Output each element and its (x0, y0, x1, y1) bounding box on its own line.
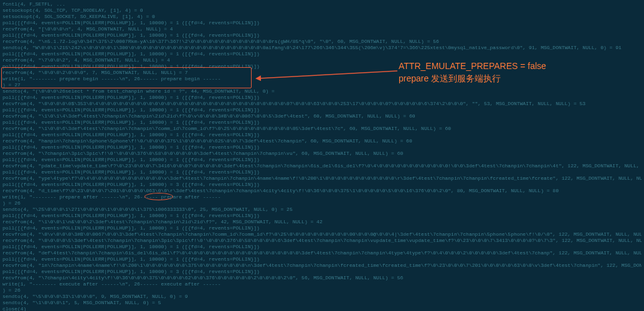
terminal-line: poll([{fd=4, events=POLLIN|POLLERR|POLLH… (2, 20, 642, 26)
terminal-line: recvfrom(4, "def\4test\7chanpin\7chanpin… (2, 250, 642, 256)
annotation-text: ATTR_EMULATE_PREPARES = false prepare 发送… (399, 60, 546, 85)
terminal-line: recvfrom(4, "d_time\f?\0\23\0\0\0\7\201\… (2, 188, 642, 194)
terminal-line: recvfrom(4, "\1\0\1\4\3def\4test\7chanpi… (2, 113, 642, 119)
terminal-line: poll([{fd=4, events=POLLIN|POLLERR|POLLH… (2, 119, 642, 126)
terminal-line: poll([{fd=4, events=POLLIN|POLLERR|POLLH… (2, 95, 642, 101)
terminal-line: poll([{fd=4, events=POLLIN|POLLERR|POLLH… (2, 132, 642, 138)
terminal-line: poll([{fd=4, events=POLLIN|POLLERR|POLLH… (2, 51, 642, 57)
terminal-line: recvfrom(4, "in\7chanpin\4name\4name\f!\… (2, 262, 642, 269)
terminal-line: poll([{fd=4, events=POLLIN|POLLERR|POLLH… (2, 169, 642, 175)
terminal-line: poll([{fd=4, events=POLLIN|POLLERR|POLLH… (2, 269, 642, 275)
terminal-line: write(1, "-------- execute after ------\… (2, 281, 642, 287)
terminal-line: sendto(4, "(\0\0\0\26select * from test_… (2, 88, 642, 95)
terminal-line: ) = 26 (2, 287, 642, 294)
terminal-line: setsockopt(4, SOL_SOCKET, SO_KEEPALIVE, … (2, 14, 642, 20)
terminal-line: recvfrom(4, "\7chanpin\3pic\3pic\f!\0'\0… (2, 151, 642, 157)
terminal-line: poll([{fd=4, events=POLLIN|POLLERR|POLLH… (2, 225, 642, 231)
terminal-line: poll([{fd=4, events=POLLIN|POLLERR|POLLH… (2, 157, 642, 163)
terminal-line: recvfrom(4, "\7chanpin\4city\4city\f!\0\… (2, 275, 642, 281)
terminal-line: recvfrom(4, "[\0\0\0\n", 4, MSG_DONTWAIT… (2, 26, 642, 32)
terminal-line: close(4) (2, 306, 642, 311)
terminal-line: sendto(4, "W\0\0\1\215\242\s\0\0\0\0\1\3… (2, 45, 642, 51)
terminal-line: write(1, "-------- prepare after ------\… (2, 194, 642, 200)
terminal-line: recvfrom(4, "\1\0\0\1\n&\0\0\2\3def\4tes… (2, 219, 642, 225)
terminal-line: ) = 26 (2, 200, 642, 207)
terminal-line: fcntl(4, F_SETFL, ... (2, 1, 642, 7)
terminal-line: recvfrom(4, "\n5.1.72-log\0\347\375\2\00… (2, 39, 642, 45)
annotation-line-1: ATTR_EMULATE_PREPARES = false (399, 60, 546, 72)
terminal-line: poll([{fd=4, events=POLLIN|POLLERR|POLLH… (2, 244, 642, 250)
terminal-line: recvfrom(4, "ype\4type\f?\0\4\0\0\0\0\0\… (2, 175, 642, 182)
terminal-line: sendto(4, "\25\0\0\0\1\271\0\0\0\0\1\0\0… (2, 207, 642, 213)
terminal-line: sendto(4, "\5\0\0\0\33\1\0\0\0", 9, MSG_… (2, 294, 642, 300)
terminal-line: recvfrom(4, "hanpin\7chanpin\5phone\5pho… (2, 138, 642, 144)
terminal-line: recvfrom(4, "\0\0\0\0\0$\353\0\4\0\0\0\0… (2, 101, 642, 107)
terminal-line: recvfrom(4, "\1\0\0\6\3def\4test\7chanpi… (2, 126, 642, 132)
terminal-line: setsockopt(4, SOL_TCP, TCP_NODELAY, [1],… (2, 7, 642, 14)
terminal-line: poll([{fd=4, events=POLLIN|POLLERR|POLLH… (2, 182, 642, 188)
terminal-line: recvfrom(4, "pdate_time\vpdate_time\f?\0… (2, 163, 642, 169)
terminal-line: sendto(4, "\1\0\0\0\1", 5, MSG_DONTWAIT,… (2, 300, 642, 306)
terminal-line: poll([{fd=4, events=POLLIN|POLLERR|POLLH… (2, 107, 642, 113)
terminal-line: recvfrom(4, "\0\0\0\0\5\3def\4test\7chan… (2, 238, 642, 244)
terminal-line: poll([{fd=4, events=POLLIN|POLLERR|POLLH… (2, 213, 642, 219)
terminal-line: poll([{fd=4, events=POLLIN|POLLERR|POLLH… (2, 32, 642, 39)
terminal-line: recvfrom(4, "\0\v\0\0\0\3#B\0\0067\0\0\3… (2, 231, 642, 238)
annotation-line-2: prepare 发送到服务端执行 (399, 72, 546, 85)
terminal-output: fcntl(4, F_SETFL, ...setsockopt(4, SOL_T… (0, 0, 644, 311)
terminal-line: poll([{fd=4, events=POLLIN|POLLERR|POLLH… (2, 144, 642, 151)
terminal-line: poll([{fd=4, events=POLLIN|POLLERR|POLLH… (2, 256, 642, 262)
